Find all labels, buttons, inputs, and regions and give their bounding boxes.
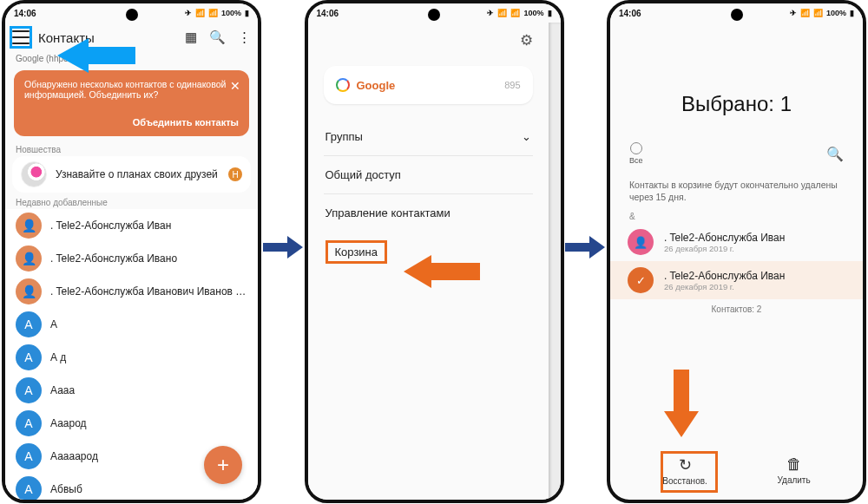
status-icons: ✈📶📶100%▮ (185, 9, 249, 17)
news-card[interactable]: Узнавайте о планах своих друзей Н (12, 156, 251, 193)
contact-name: А д (50, 351, 247, 363)
phone-contacts-list: 14:06 ✈📶📶100%▮ Контакты ▦ 🔍 ⋮ Google (hh… (2, 0, 261, 503)
google-label: Google (357, 79, 396, 92)
avatar-icon: А (16, 443, 42, 469)
search-icon[interactable]: 🔍 (209, 29, 226, 45)
avatar-icon: 👤 (628, 229, 654, 255)
clock: 14:06 (619, 9, 641, 18)
select-all-label: Все (629, 156, 643, 165)
check-icon: ✓ (628, 267, 654, 293)
trash-notice: Контакты в корзине будут окончательно уд… (610, 168, 863, 212)
trash-row-name: . Tele2-Абонслужба Иван (664, 232, 785, 244)
settings-icon[interactable]: ⚙ (520, 31, 533, 49)
trash-count: Контактов: 2 (610, 304, 863, 314)
contact-name: А (50, 318, 247, 331)
phone-drawer: 14:06 ✈📶📶100%▮ ⚙ Google 895 Группы ⌄ (305, 0, 564, 503)
selection-title: Выбрано: 1 (610, 23, 863, 142)
trash-row[interactable]: ✓. Tele2-Абонслужба Иван26 декабря 2019 … (610, 261, 863, 299)
section-recent: Недавно добавленные (5, 193, 258, 209)
radio-icon (630, 142, 642, 154)
avatar-icon: 👤 (16, 245, 42, 272)
qr-icon[interactable]: ▦ (185, 29, 197, 45)
trash-row-date: 26 декабря 2019 г. (664, 282, 785, 291)
contact-row[interactable]: ААааа (5, 374, 258, 407)
svg-marker-0 (57, 38, 135, 73)
contact-row[interactable]: 👤. Tele2-Абонслужба Иванович Иванов К... (5, 275, 258, 308)
drawer-manage[interactable]: Управление контактами (308, 194, 549, 232)
drawer-label: Общий доступ (326, 168, 401, 181)
trash-row-date: 26 декабря 2019 г. (664, 244, 785, 253)
camera-notch (126, 9, 138, 21)
contact-row[interactable]: АА (5, 308, 258, 341)
drawer-sharing[interactable]: Общий доступ (308, 156, 549, 193)
drawer-groups[interactable]: Группы ⌄ (308, 118, 549, 155)
more-icon[interactable]: ⋮ (238, 29, 251, 45)
avatar-icon: 👤 (16, 278, 42, 304)
contact-row[interactable]: 👤. Tele2-Абонслужба Иван (5, 209, 258, 242)
trash-row[interactable]: 👤. Tele2-Абонслужба Иван26 декабря 2019 … (610, 223, 863, 261)
merge-message: Обнаружено несколько контактов с одинако… (24, 79, 239, 100)
trash-icon: 🗑 (786, 455, 802, 474)
contact-name: . Tele2-Абонслужба Иванович Иванов К... (50, 285, 247, 298)
close-icon[interactable]: ✕ (230, 79, 240, 93)
drawer-label: Группы (326, 130, 363, 143)
contact-name: Аааа (50, 384, 247, 396)
camera-notch (731, 9, 743, 21)
avatar-icon: А (16, 410, 42, 436)
trash-row-name: . Tele2-Абонслужба Иван (664, 270, 785, 282)
selection-toolbar: Все 🔍 (610, 142, 863, 168)
delete-button[interactable]: 🗑 Удалить (777, 455, 810, 486)
badge-icon: Н (228, 167, 242, 181)
contact-row[interactable]: ААаарод (5, 407, 258, 440)
clock: 14:06 (14, 9, 36, 18)
svg-marker-2 (404, 255, 480, 288)
google-icon (336, 78, 350, 92)
news-text: Узнавайте о планах своих друзей (56, 168, 220, 180)
section-news: Новшества (5, 140, 258, 156)
svg-marker-3 (565, 236, 605, 259)
avatar-icon: А (16, 344, 42, 370)
status-icons: ✈📶📶100%▮ (790, 9, 854, 17)
drawer-label-trash: Корзина (326, 240, 388, 264)
highlight-restore (661, 451, 718, 493)
contact-name: Абвыб (50, 483, 247, 495)
svg-marker-4 (664, 370, 699, 437)
contact-name: . Tele2-Абонслужба Иван (50, 219, 247, 232)
drawer-label: Управление контактами (326, 206, 450, 219)
callout-arrow-left-icon (57, 35, 144, 76)
search-icon[interactable]: 🔍 (826, 146, 844, 162)
avatar-icon: А (16, 476, 42, 502)
add-contact-fab[interactable]: + (204, 446, 242, 484)
step-arrow-icon (564, 0, 608, 260)
avatar-icon: 👤 (16, 213, 42, 239)
google-account-card[interactable]: Google 895 (324, 66, 533, 104)
delete-label: Удалить (777, 475, 810, 485)
clock: 14:06 (317, 9, 339, 18)
step-arrow-icon (261, 0, 305, 260)
camera-notch (428, 9, 440, 21)
contact-name: Ааарод (50, 417, 247, 429)
news-icon (21, 161, 47, 187)
callout-arrow-down-icon (662, 370, 700, 439)
trash-list: 👤. Tele2-Абонслужба Иван26 декабря 2019 … (610, 223, 863, 299)
phone-trash: 14:06 ✈📶📶100%▮ Выбрано: 1 Все 🔍 Контакты… (607, 0, 866, 503)
status-icons: ✈📶📶100%▮ (487, 9, 551, 17)
highlight-hamburger (10, 26, 32, 49)
contact-row[interactable]: АА д (5, 341, 258, 374)
chevron-down-icon: ⌄ (522, 130, 531, 143)
select-all[interactable]: Все (629, 142, 643, 165)
contact-row[interactable]: 👤. Tele2-Абонслужба Ивано (5, 242, 258, 275)
contact-name: . Tele2-Абонслужба Ивано (50, 252, 247, 265)
group-letter: & (610, 212, 863, 223)
avatar-icon: А (16, 311, 42, 337)
svg-marker-1 (263, 236, 303, 259)
merge-banner: ✕ Обнаружено несколько контактов с одина… (14, 70, 249, 136)
avatar-icon: А (16, 377, 42, 403)
callout-arrow-left-icon (404, 252, 482, 291)
merge-button[interactable]: Объединить контакты (24, 117, 239, 128)
drawer-scrim[interactable] (549, 23, 561, 500)
google-count: 895 (504, 80, 520, 90)
bottom-action-bar: ↻ Восстанов. 🗑 Удалить (610, 450, 863, 491)
